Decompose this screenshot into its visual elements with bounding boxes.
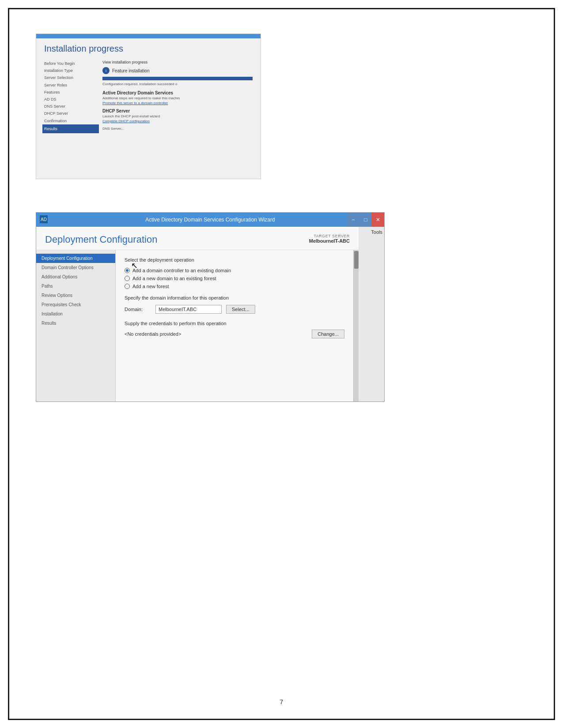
- config-required: Configuration required. Installation suc…: [102, 82, 253, 86]
- window-controls: − □ ✕: [347, 213, 384, 227]
- target-server-label: TARGET SERVER: [309, 234, 350, 238]
- ad-ds-title: Active Directory Domain Services: [102, 90, 253, 95]
- specify-info-label: Specify the domain information for this …: [125, 295, 344, 300]
- radio-new-domain-circle[interactable]: [125, 276, 130, 281]
- wizard-icon-label: AD: [41, 217, 47, 222]
- no-credentials-text: <No credentials provided>: [125, 331, 307, 337]
- domain-value: MelbourneIT.ABC: [155, 305, 222, 314]
- credentials-label: Supply the credentials to perform this o…: [125, 321, 344, 326]
- sidebar-item: Installation Type: [44, 67, 97, 74]
- target-server-name: MelbourneIT-ABC: [309, 238, 350, 244]
- nav-additional-options[interactable]: Additional Options: [36, 272, 115, 281]
- nav-dc-options[interactable]: Domain Controller Options: [36, 263, 115, 272]
- scrollbar-thumb[interactable]: [354, 251, 359, 269]
- radio-new-forest-label: Add a new forest: [132, 284, 169, 289]
- nav-results[interactable]: Results: [36, 319, 115, 328]
- nav-review-options[interactable]: Review Options: [36, 291, 115, 300]
- nav-deployment-config[interactable]: Deployment Configuration: [36, 254, 115, 263]
- progress-full-bar: [102, 77, 253, 80]
- wizard-body: Deployment Configuration TARGET SERVER M…: [36, 227, 359, 402]
- promote-link[interactable]: Promote this server to a domain controll…: [102, 101, 253, 105]
- dhcp-body: Launch the DHCP post-install wizard: [102, 114, 253, 118]
- deployment-header: Deployment Configuration TARGET SERVER M…: [36, 227, 359, 250]
- wizard-titlebar: AD Active Directory Domain Services Conf…: [36, 213, 384, 227]
- radio-new-forest-circle[interactable]: [125, 284, 130, 289]
- wizard-nav: Deployment Configuration Domain Controll…: [36, 250, 116, 402]
- page-number: 7: [280, 698, 283, 705]
- wizard-scrollbar[interactable]: [353, 250, 359, 402]
- nav-installation[interactable]: Installation: [36, 309, 115, 319]
- tools-label: Tools: [369, 227, 384, 237]
- page-border: Installation progress Before You Begin I…: [8, 8, 555, 720]
- credentials-section: Supply the credentials to perform this o…: [125, 321, 344, 338]
- radio-new-domain[interactable]: Add a new domain to an existing forest: [125, 276, 344, 281]
- dns-label: DNS Server...: [102, 127, 253, 131]
- ad-ds-body: Additional steps are required to make th…: [102, 96, 253, 100]
- maximize-button[interactable]: □: [359, 213, 372, 227]
- domain-row: Domain: MelbourneIT.ABC Select...: [125, 305, 344, 314]
- select-operation-label: Select the deployment operation: [125, 257, 344, 263]
- sidebar-item: Server Selection: [44, 74, 97, 81]
- credentials-row: <No credentials provided> Change...: [125, 330, 344, 338]
- sidebar-item: DHCP Server: [44, 110, 97, 117]
- select-button[interactable]: Select...: [226, 305, 255, 314]
- bottom-screenshot: AD Active Directory Domain Services Conf…: [36, 212, 385, 402]
- wizard-title: Active Directory Domain Services Configu…: [145, 217, 275, 223]
- install-sidebar: Before You Begin Installation Type Serve…: [44, 60, 97, 133]
- minimize-button[interactable]: −: [347, 213, 359, 227]
- sidebar-item: AD DS: [44, 96, 97, 103]
- info-icon: i: [102, 67, 110, 74]
- wizard-main-content: Select the deployment operation Add a do…: [116, 250, 353, 402]
- deployment-title: Deployment Configuration: [45, 234, 157, 245]
- radio-existing-domain-label: Add a domain controller to an existing d…: [132, 268, 231, 273]
- radio-group: Add a domain controller to an existing d…: [125, 268, 344, 289]
- top-screenshot: Installation progress Before You Begin I…: [36, 34, 261, 179]
- install-main: View installation progress i Feature ins…: [102, 60, 253, 133]
- radio-existing-domain-circle[interactable]: [125, 268, 130, 273]
- radio-existing-domain[interactable]: Add a domain controller to an existing d…: [125, 268, 344, 273]
- dhcp-link[interactable]: Complete DHCP configuration: [102, 119, 253, 123]
- install-progress-title: Installation progress: [44, 44, 253, 54]
- feature-label: Feature installation: [112, 68, 150, 73]
- progress-bar-top: [36, 34, 261, 38]
- radio-new-forest[interactable]: Add a new forest: [125, 284, 344, 289]
- nav-paths[interactable]: Paths: [36, 281, 115, 291]
- sidebar-item: Server Roles: [44, 82, 97, 89]
- sidebar-item: DNS Server: [44, 103, 97, 110]
- view-label: View installation progress: [102, 60, 253, 64]
- domain-label: Domain:: [125, 307, 151, 312]
- sidebar-item: Before You Begin: [44, 60, 97, 67]
- nav-prerequisites[interactable]: Prerequisites Check: [36, 300, 115, 309]
- close-button[interactable]: ✕: [372, 213, 384, 227]
- sidebar-item: Features: [44, 89, 97, 96]
- sidebar-item-active: Results: [42, 124, 99, 133]
- dhcp-title: DHCP Server: [102, 109, 253, 113]
- wizard-icon: AD: [40, 215, 48, 223]
- change-button[interactable]: Change...: [312, 330, 344, 338]
- radio-new-domain-label: Add a new domain to an existing forest: [132, 276, 216, 281]
- server-manager-strip: Tools: [358, 227, 384, 402]
- wizard-content: Deployment Configuration Domain Controll…: [36, 250, 359, 402]
- target-server-info: TARGET SERVER MelbourneIT-ABC: [309, 234, 350, 244]
- sidebar-item: Confirmation: [44, 117, 97, 124]
